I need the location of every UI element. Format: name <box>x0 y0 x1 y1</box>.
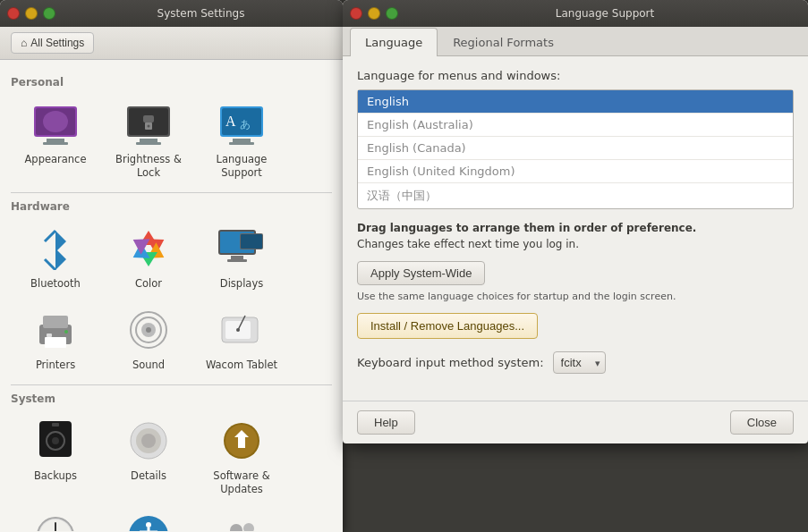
sidebar-item-time-date[interactable]: Time & Date <box>11 505 100 531</box>
brightness-lock-label: Brightness & Lock <box>107 153 190 180</box>
lang-item-english-ca[interactable]: English (Canada) <box>358 137 793 160</box>
divider-2 <box>11 384 332 385</box>
time-date-icon-box <box>30 511 81 531</box>
lang-section-title: Language for menus and windows: <box>357 69 794 82</box>
sidebar-item-wacom-tablet[interactable]: Wacom Tablet <box>197 300 286 377</box>
divider-1 <box>11 192 332 193</box>
bluetooth-label: Bluetooth <box>30 277 81 291</box>
sound-label: Sound <box>132 359 165 372</box>
lang-close-btn[interactable] <box>350 7 362 20</box>
close-button[interactable] <box>7 7 20 20</box>
keyboard-label: Keyboard input method system: <box>357 356 544 369</box>
brightness-lock-icon-box <box>123 99 174 149</box>
appearance-icon-box <box>30 99 81 149</box>
drag-hint-normal: Changes take effect next time you log in… <box>357 238 579 250</box>
displays-label: Displays <box>220 277 263 291</box>
svg-text:あ: あ <box>240 118 251 131</box>
backups-label: Backups <box>34 469 77 483</box>
system-section-label: System <box>11 393 332 405</box>
details-label: Details <box>131 469 166 483</box>
sound-icon-box <box>123 305 174 355</box>
tab-regional-formats[interactable]: Regional Formats <box>438 28 569 56</box>
minimize-button[interactable] <box>25 7 38 20</box>
svg-point-65 <box>230 524 242 531</box>
svg-rect-3 <box>47 139 64 142</box>
sound-icon <box>127 308 170 351</box>
close-dialog-button[interactable]: Close <box>730 410 794 435</box>
sidebar-item-displays[interactable]: Displays <box>197 218 286 296</box>
time-date-icon <box>34 514 77 531</box>
keyboard-select[interactable]: fcitx ibus none <box>553 351 606 374</box>
sidebar-item-sound[interactable]: Sound <box>104 300 193 377</box>
dialog-footer: Help Close <box>343 401 808 443</box>
svg-point-11 <box>148 125 150 128</box>
svg-point-51 <box>141 434 156 448</box>
hardware-section-label: Hardware <box>11 200 332 213</box>
personal-section-grid: Appearance Brightness & Lock <box>11 94 332 185</box>
svg-rect-48 <box>52 423 59 426</box>
printers-icon-box <box>30 305 81 355</box>
svg-point-40 <box>146 327 151 333</box>
lang-item-english-au[interactable]: English (Australia) <box>358 114 793 137</box>
lang-item-chinese[interactable]: 汉语（中国） <box>358 183 793 208</box>
sidebar-item-language-support[interactable]: A あ Language Support <box>197 94 286 185</box>
backups-icon-box <box>30 416 81 466</box>
sidebar-item-brightness-lock[interactable]: Brightness & Lock <box>104 94 193 185</box>
svg-rect-35 <box>47 334 52 337</box>
sidebar-item-universal-access[interactable]: Universal Access <box>104 505 193 531</box>
svg-point-66 <box>243 523 254 531</box>
sidebar-item-printers[interactable]: Printers <box>11 300 100 377</box>
all-settings-label: All Settings <box>30 37 84 49</box>
help-button[interactable]: Help <box>357 410 415 435</box>
svg-rect-7 <box>140 139 157 142</box>
lang-min-btn[interactable] <box>368 7 380 20</box>
lang-dialog-body: Language for menus and windows: English … <box>343 56 808 401</box>
sidebar-item-color[interactable]: Color <box>104 218 193 296</box>
maximize-button[interactable] <box>43 7 55 20</box>
svg-point-36 <box>64 330 68 334</box>
software-updates-icon-box <box>217 416 267 466</box>
lang-tabs: Language Regional Formats <box>343 27 808 56</box>
appearance-icon <box>30 99 81 149</box>
universal-access-icon-box <box>123 511 174 531</box>
lang-item-english-uk[interactable]: English (United Kingdom) <box>358 160 793 183</box>
svg-point-44 <box>236 328 240 332</box>
printers-label: Printers <box>36 359 75 372</box>
all-settings-button[interactable]: ⌂ All Settings <box>11 32 94 54</box>
printers-icon <box>34 308 77 351</box>
svg-point-60 <box>146 522 151 528</box>
displays-icon <box>217 226 267 271</box>
sidebar-item-software-updates[interactable]: Software & Updates <box>197 410 286 502</box>
sidebar-item-user-accounts[interactable]: User Accounts <box>197 505 286 531</box>
sidebar-item-backups[interactable]: Backups <box>11 410 100 502</box>
tab-language[interactable]: Language <box>350 28 438 56</box>
color-icon <box>127 227 170 270</box>
software-updates-label: Software & Updates <box>200 469 283 496</box>
language-support-dialog: Language Support Language Regional Forma… <box>343 0 808 443</box>
svg-rect-31 <box>241 234 262 249</box>
language-support-icon: A あ <box>217 99 267 149</box>
wacom-tablet-icon <box>218 308 265 351</box>
svg-rect-34 <box>45 337 66 348</box>
system-section-grid: Backups Details <box>11 410 332 531</box>
sidebar-item-bluetooth[interactable]: Bluetooth <box>11 218 100 296</box>
lang-item-english[interactable]: English <box>358 90 793 114</box>
svg-rect-9 <box>143 115 154 122</box>
language-support-icon-box: A あ <box>217 99 267 149</box>
color-label: Color <box>135 277 162 291</box>
apply-system-wide-button[interactable]: Apply System-Wide <box>357 261 485 285</box>
svg-text:A: A <box>225 114 236 129</box>
lang-max-btn[interactable] <box>386 7 398 20</box>
toolbar: ⌂ All Settings <box>0 27 343 60</box>
user-accounts-icon-box <box>217 511 267 531</box>
details-icon-box <box>123 416 174 466</box>
svg-rect-29 <box>227 259 247 262</box>
install-remove-languages-button[interactable]: Install / Remove Languages... <box>357 313 538 339</box>
backups-icon <box>34 418 77 464</box>
svg-rect-16 <box>233 139 251 142</box>
system-settings-window: System Settings ⌂ All Settings Personal <box>0 0 343 532</box>
universal-access-icon <box>127 514 170 531</box>
sidebar-item-details[interactable]: Details <box>104 410 193 502</box>
apply-desc: Use the same language choices for startu… <box>357 291 794 302</box>
sidebar-item-appearance[interactable]: Appearance <box>11 94 100 185</box>
